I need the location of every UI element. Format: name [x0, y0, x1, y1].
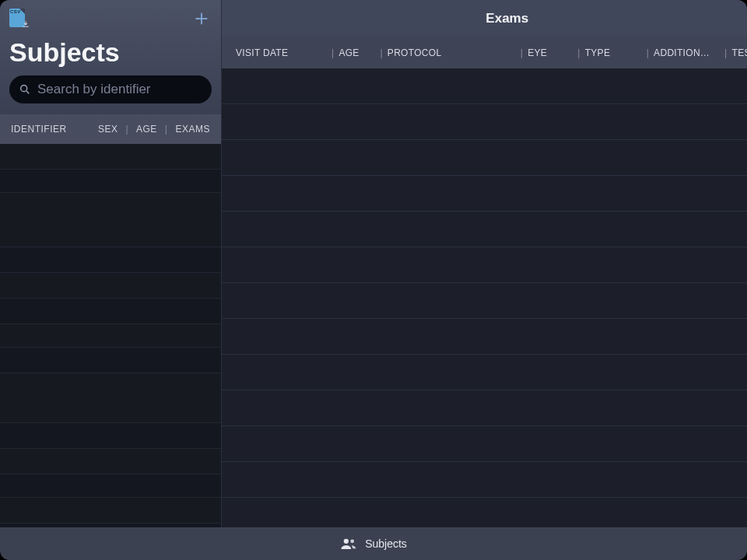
search-field[interactable]: [9, 75, 212, 103]
footer-tab-bar: Subjects: [0, 527, 747, 560]
app-container: CSV Subjects: [0, 0, 747, 560]
exams-header: Exams: [222, 0, 747, 37]
exams-columns-header: VISIT DATE | AGE | PROTOCOL | EYE | TYPE: [222, 37, 747, 68]
add-subject-button[interactable]: [191, 9, 212, 29]
subjects-columns-header: IDENTIFIER SEX | AGE | EXAMS: [0, 114, 221, 144]
search-input[interactable]: [37, 82, 202, 97]
column-divider: |: [125, 124, 128, 135]
exam-row[interactable]: [222, 355, 747, 390]
sidebar: CSV Subjects: [0, 0, 222, 527]
subject-row[interactable]: [0, 373, 221, 423]
column-divider: |: [724, 47, 727, 58]
exam-row[interactable]: [222, 104, 747, 140]
svg-point-2: [21, 86, 27, 92]
footer-subjects-label[interactable]: Subjects: [365, 537, 407, 550]
column-protocol: PROTOCOL: [388, 47, 442, 58]
sidebar-header-top: CSV: [9, 6, 212, 31]
column-additional: ADDITION…: [654, 47, 710, 58]
csv-icon-label: CSV: [10, 9, 21, 14]
column-divider: |: [380, 47, 382, 58]
subjects-icon: [340, 537, 357, 551]
subject-row[interactable]: [0, 193, 221, 247]
column-age: AGE: [338, 47, 359, 58]
subject-row[interactable]: [0, 273, 221, 299]
subject-row[interactable]: [0, 324, 221, 348]
exam-row[interactable]: [222, 140, 747, 176]
subjects-list[interactable]: [0, 144, 221, 527]
column-test: TEST: [732, 47, 747, 58]
column-eye: EYE: [528, 47, 547, 58]
column-divider: |: [165, 124, 168, 135]
subject-row[interactable]: [0, 299, 221, 324]
column-type: TYPE: [585, 47, 611, 58]
exam-row[interactable]: [222, 498, 747, 527]
column-visit-date: VISIT DATE: [236, 47, 288, 58]
svg-point-6: [344, 539, 349, 544]
exam-row[interactable]: [222, 426, 747, 462]
column-identifier: IDENTIFIER: [11, 124, 67, 135]
subject-row[interactable]: [0, 498, 221, 523]
column-exams: EXAMS: [175, 124, 210, 135]
sidebar-header: CSV Subjects: [0, 0, 221, 114]
column-divider: |: [577, 47, 580, 58]
sidebar-title: Subjects: [9, 37, 212, 68]
exam-row[interactable]: [222, 462, 747, 498]
exams-list[interactable]: [222, 68, 747, 527]
exam-row[interactable]: [222, 319, 747, 355]
subject-row[interactable]: [0, 170, 221, 193]
subject-row[interactable]: [0, 348, 221, 373]
main-panel: Exams VISIT DATE | AGE | PRO: [222, 0, 747, 527]
subject-row[interactable]: [0, 247, 221, 273]
exam-row[interactable]: [222, 176, 747, 212]
svg-line-3: [26, 91, 29, 93]
column-divider: |: [647, 47, 649, 58]
exam-row[interactable]: [222, 212, 747, 247]
csv-import-icon[interactable]: CSV: [9, 9, 28, 29]
main-content: CSV Subjects: [0, 0, 747, 527]
subject-row[interactable]: [0, 144, 221, 170]
column-divider: |: [331, 47, 334, 58]
subject-row[interactable]: [0, 423, 221, 449]
subject-row[interactable]: [0, 474, 221, 498]
exams-title: Exams: [486, 11, 528, 26]
svg-point-7: [350, 540, 354, 544]
column-age: AGE: [136, 124, 157, 135]
exam-row[interactable]: [222, 68, 747, 104]
column-divider: |: [521, 47, 523, 58]
search-icon: [19, 83, 31, 96]
column-sex: SEX: [98, 124, 118, 135]
exam-row[interactable]: [222, 247, 747, 283]
exam-row[interactable]: [222, 390, 747, 426]
subject-row[interactable]: [0, 449, 221, 474]
exam-row[interactable]: [222, 283, 747, 319]
